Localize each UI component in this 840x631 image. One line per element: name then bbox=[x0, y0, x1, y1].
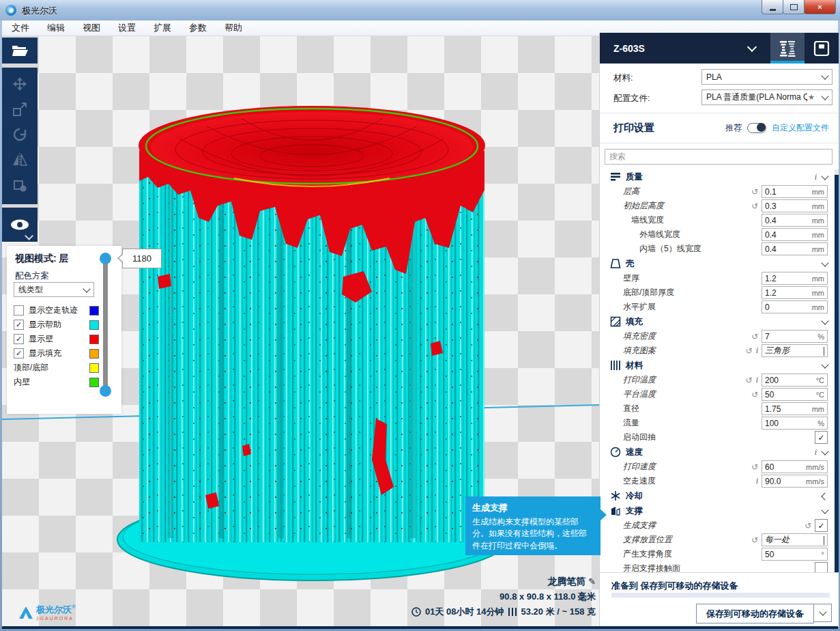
setting-row: 流量100% bbox=[600, 416, 835, 430]
reset-icon[interactable]: ↺ bbox=[751, 332, 758, 341]
setting-field[interactable]: 90.0mm/s bbox=[762, 475, 828, 488]
setup-mode-toggle[interactable] bbox=[747, 123, 766, 133]
model-dimensions: 90.8 x 90.8 x 118.0 毫米 bbox=[411, 591, 596, 606]
section-header-quality[interactable]: 质量i bbox=[600, 169, 835, 184]
chevron-down-icon bbox=[821, 172, 828, 180]
open-file-button[interactable] bbox=[2, 38, 38, 64]
setting-field[interactable]: 7% bbox=[762, 330, 828, 343]
setting-field[interactable]: 50°C bbox=[762, 388, 828, 401]
layer-slider-track[interactable] bbox=[103, 256, 108, 394]
reset-icon[interactable]: ↺ bbox=[746, 376, 753, 385]
color-scheme-dropdown[interactable]: 线类型 bbox=[14, 282, 94, 297]
shell-icon bbox=[609, 258, 622, 269]
info-icon[interactable]: i bbox=[756, 375, 758, 385]
layer-slider-top-handle[interactable] bbox=[100, 253, 111, 264]
setting-dropdown[interactable]: 三角形 bbox=[762, 344, 828, 357]
setting-checkbox[interactable]: ✓ bbox=[815, 431, 828, 444]
reset-icon[interactable]: ↺ bbox=[751, 535, 758, 545]
setting-field[interactable]: 50° bbox=[762, 548, 828, 561]
menu-item-2[interactable]: 视图 bbox=[83, 22, 100, 34]
reset-icon[interactable]: ↺ bbox=[751, 201, 758, 211]
close-button[interactable]: × bbox=[804, 0, 836, 14]
checkbox[interactable]: ✓ bbox=[14, 320, 24, 330]
tab-monitor[interactable] bbox=[805, 33, 839, 64]
view-option-1[interactable]: ✓显示帮助 bbox=[14, 318, 99, 332]
setting-field[interactable]: 0.4mm bbox=[762, 242, 828, 255]
section-header-support[interactable]: 支撑 bbox=[600, 503, 835, 518]
minimize-button[interactable] bbox=[762, 0, 783, 14]
setting-field[interactable]: 0.1mm bbox=[762, 185, 828, 198]
color-swatch bbox=[89, 306, 99, 316]
scale-tool-icon[interactable] bbox=[12, 101, 28, 120]
move-tool-icon[interactable] bbox=[12, 76, 28, 95]
scrollbar-thumb[interactable] bbox=[835, 175, 839, 574]
restore-button[interactable] bbox=[783, 0, 805, 14]
custom-profile-link[interactable]: 自定义配置文件 bbox=[772, 122, 829, 134]
reset-icon[interactable]: ↺ bbox=[746, 346, 753, 356]
open-file-icon bbox=[11, 43, 29, 58]
reset-icon[interactable]: ↺ bbox=[751, 390, 758, 399]
save-to-removable-button[interactable]: 保存到可移动的存储设备 bbox=[696, 604, 814, 623]
info-icon[interactable]: i bbox=[815, 447, 817, 458]
checkbox[interactable] bbox=[14, 305, 24, 316]
menu-item-0[interactable]: 文件 bbox=[12, 22, 29, 34]
menu-item-3[interactable]: 设置 bbox=[118, 22, 136, 34]
view-option-0[interactable]: 显示空走轨迹 bbox=[14, 303, 99, 318]
reset-icon[interactable]: ↺ bbox=[751, 187, 758, 197]
view-options-button[interactable] bbox=[2, 208, 38, 242]
setting-field[interactable]: 100% bbox=[762, 417, 828, 430]
save-options-dropdown[interactable] bbox=[814, 604, 832, 622]
section-header-cooling[interactable]: 冷却 bbox=[600, 488, 835, 503]
setting-field[interactable]: 0.3mm bbox=[762, 199, 828, 212]
setting-field[interactable]: 0.4mm bbox=[762, 228, 828, 241]
titlebar[interactable]: 极光尔沃 × bbox=[0, 0, 840, 21]
settings-scrollbar[interactable] bbox=[835, 169, 839, 579]
eye-icon bbox=[10, 219, 30, 231]
setting-row: 打印温度↺i200°C bbox=[600, 373, 835, 387]
setting-field[interactable]: 0mm bbox=[762, 300, 828, 313]
setting-dropdown[interactable]: 每一处 bbox=[762, 533, 828, 546]
layer-number-flag: 1180 bbox=[122, 249, 162, 268]
checkbox[interactable]: ✓ bbox=[14, 334, 24, 344]
setting-field[interactable]: 60mm/s bbox=[762, 460, 828, 473]
setting-field[interactable]: 1.75mm bbox=[762, 402, 828, 415]
info-icon[interactable]: i bbox=[756, 346, 758, 356]
menu-item-5[interactable]: 参数 bbox=[189, 22, 207, 34]
search-input[interactable]: 搜索 bbox=[605, 149, 832, 165]
reset-icon[interactable]: ↺ bbox=[751, 462, 758, 472]
setting-row: 产生支撑角度50° bbox=[600, 547, 835, 561]
material-dropdown[interactable]: PLA bbox=[701, 69, 832, 85]
info-icon[interactable]: i bbox=[815, 172, 817, 182]
reset-icon[interactable]: ↺ bbox=[805, 521, 811, 531]
printer-name: Z-603S bbox=[613, 43, 645, 54]
menu-item-6[interactable]: 帮助 bbox=[225, 22, 242, 34]
tab-prepare-slice[interactable] bbox=[770, 33, 805, 64]
info-icon[interactable]: i bbox=[756, 476, 758, 486]
setting-field[interactable]: 200°C bbox=[762, 374, 828, 387]
section-header-infill[interactable]: 填充 bbox=[600, 314, 835, 329]
mirror-tool-icon[interactable] bbox=[12, 152, 28, 171]
setting-row: 外墙线宽度0.4mm bbox=[600, 227, 835, 242]
rotate-tool-icon[interactable] bbox=[12, 126, 28, 145]
layer-slider-bottom-handle[interactable] bbox=[100, 385, 111, 397]
view-option-2[interactable]: ✓显示壁 bbox=[14, 332, 99, 346]
checkbox[interactable]: ✓ bbox=[14, 348, 24, 359]
section-header-shell[interactable]: 壳 bbox=[600, 256, 835, 271]
section-header-speed[interactable]: 速度i bbox=[600, 445, 835, 460]
menu-item-1[interactable]: 编辑 bbox=[47, 22, 65, 34]
chevron-down-icon bbox=[25, 232, 33, 240]
rename-pencil-icon[interactable]: ✎ bbox=[588, 576, 596, 587]
menu-item-4[interactable]: 扩展 bbox=[154, 22, 171, 34]
section-header-material[interactable]: 材料 bbox=[600, 358, 835, 373]
setting-field[interactable]: 1.2mm bbox=[762, 272, 828, 285]
view-option-3[interactable]: ✓显示填充 bbox=[14, 346, 99, 361]
output-panel: 准备到 保存到可移动的存储设备 保存到可移动的存储设备 bbox=[600, 572, 839, 627]
profile-dropdown[interactable]: PLA 普通质量(PLA Norma Qua ★ bbox=[701, 89, 832, 105]
setting-field[interactable]: 0.4mm bbox=[762, 214, 828, 227]
save-status-text: 准备到 保存到可移动的存储设备 bbox=[611, 580, 738, 592]
machine-selector[interactable]: Z-603S bbox=[600, 33, 839, 64]
setting-row: 生成支撑↺✓ bbox=[600, 518, 835, 533]
setting-field[interactable]: 1.2mm bbox=[762, 286, 828, 299]
setting-checkbox[interactable]: ✓ bbox=[815, 519, 828, 532]
per-model-settings-icon[interactable] bbox=[12, 177, 28, 196]
